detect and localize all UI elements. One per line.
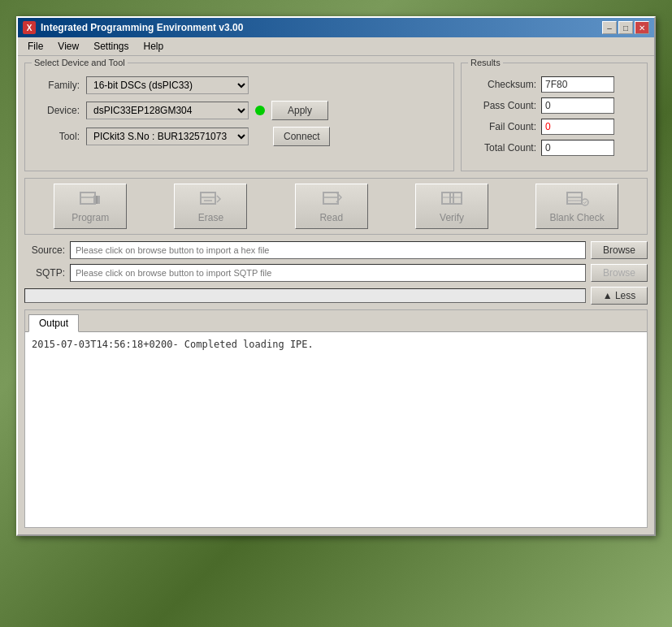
title-bar-left: X Integrated Programming Environment v3.…	[23, 21, 243, 34]
svg-point-16	[582, 199, 588, 205]
tool-label: Tool:	[35, 131, 80, 142]
svg-rect-13	[567, 192, 582, 204]
erase-label: Erase	[198, 212, 223, 223]
fail-count-row: Fail Count:	[471, 119, 637, 135]
source-label: Source:	[24, 244, 65, 256]
pass-count-row: Pass Count:	[471, 97, 637, 114]
total-count-row: Total Count:	[471, 140, 637, 156]
svg-rect-9	[442, 192, 453, 204]
svg-rect-7	[323, 192, 338, 204]
svg-rect-0	[80, 192, 95, 204]
read-icon	[319, 189, 345, 209]
results-panel-title: Results	[468, 58, 503, 67]
program-button[interactable]: Program	[54, 184, 127, 229]
sqtp-input[interactable]	[70, 264, 586, 282]
pass-count-label: Pass Count:	[471, 100, 536, 111]
window-title: Integrated Programming Environment v3.00	[41, 22, 243, 33]
connect-button[interactable]: Connect	[273, 127, 330, 146]
device-label: Device:	[35, 105, 80, 116]
sqtp-row: SQTP: Browse	[24, 264, 648, 282]
fail-count-value[interactable]	[541, 119, 614, 135]
output-content: 2015-07-03T14:56:18+0200- Completed load…	[25, 332, 647, 527]
program-icon	[77, 189, 103, 209]
output-tab-bar: Output	[25, 310, 647, 332]
output-section: Output 2015-07-03T14:56:18+0200- Complet…	[24, 309, 648, 528]
operations-panel: Program Erase	[24, 178, 648, 235]
device-tool-panel: Select Device and Tool Family: 16-bit DS…	[24, 63, 454, 171]
checksum-label: Checksum:	[471, 79, 536, 90]
checksum-row: Checksum:	[471, 76, 637, 93]
minimize-button[interactable]: –	[602, 21, 617, 34]
menu-file[interactable]: File	[21, 39, 50, 54]
read-button[interactable]: Read	[295, 184, 368, 229]
verify-icon	[439, 189, 465, 209]
menubar: File View Settings Help	[18, 37, 654, 56]
blank-check-icon	[564, 189, 590, 209]
progress-bar	[24, 288, 586, 303]
menu-help[interactable]: Help	[137, 39, 171, 54]
blank-check-label: Blank Check	[549, 212, 604, 223]
apply-button[interactable]: Apply	[271, 101, 328, 120]
svg-rect-4	[201, 192, 215, 204]
maximize-button[interactable]: □	[618, 21, 633, 34]
svg-rect-10	[450, 192, 462, 204]
family-row: Family: 16-bit DSCs (dsPIC33)	[35, 76, 444, 94]
device-select[interactable]: dsPIC33EP128GM304	[86, 102, 249, 119]
erase-button[interactable]: Erase	[174, 184, 247, 229]
menu-settings[interactable]: Settings	[87, 39, 135, 54]
device-tool-panel-title: Select Device and Tool	[32, 58, 128, 67]
main-content: Select Device and Tool Family: 16-bit DS…	[18, 56, 654, 534]
source-browse-button[interactable]: Browse	[591, 241, 648, 259]
title-bar: X Integrated Programming Environment v3.…	[18, 18, 654, 37]
output-tab[interactable]: Output	[28, 314, 79, 332]
top-section: Select Device and Tool Family: 16-bit DS…	[24, 63, 648, 171]
sqtp-label: SQTP:	[24, 267, 65, 279]
source-row: Source: Browse	[24, 241, 648, 259]
source-input[interactable]	[70, 241, 586, 259]
less-button[interactable]: ▲ Less	[591, 287, 648, 305]
device-row: Device: dsPIC33EP128GM304 Apply	[35, 101, 444, 120]
verify-button[interactable]: Verify	[415, 184, 488, 229]
fail-count-label: Fail Count:	[471, 121, 536, 132]
connection-status-dot	[255, 106, 265, 115]
total-count-label: Total Count:	[471, 142, 536, 154]
blank-check-button[interactable]: Blank Check	[535, 184, 618, 229]
app-icon: X	[23, 21, 36, 34]
family-select[interactable]: 16-bit DSCs (dsPIC33)	[86, 76, 249, 94]
source-section: Source: Browse SQTP: Browse ▲ Less	[24, 241, 648, 305]
erase-icon	[197, 189, 223, 209]
program-label: Program	[72, 212, 109, 223]
menu-view[interactable]: View	[51, 39, 85, 54]
window-controls: – □ ✕	[602, 21, 649, 34]
close-button[interactable]: ✕	[635, 21, 649, 34]
sqtp-browse-button[interactable]: Browse	[591, 264, 648, 282]
verify-label: Verify	[440, 212, 464, 223]
tool-row: Tool: PICkit3 S.No : BUR132571073 Connec…	[35, 127, 444, 146]
output-text: 2015-07-03T14:56:18+0200- Completed load…	[32, 339, 314, 350]
checksum-value[interactable]	[541, 76, 614, 93]
family-label: Family:	[35, 80, 80, 91]
total-count-value[interactable]	[541, 140, 614, 156]
main-window: X Integrated Programming Environment v3.…	[16, 16, 656, 536]
progress-row: ▲ Less	[24, 287, 648, 305]
read-label: Read	[319, 212, 343, 223]
pass-count-value[interactable]	[541, 97, 614, 114]
results-panel: Results Checksum: Pass Count: Fail Count…	[461, 63, 648, 171]
tool-select[interactable]: PICkit3 S.No : BUR132571073	[86, 128, 249, 145]
